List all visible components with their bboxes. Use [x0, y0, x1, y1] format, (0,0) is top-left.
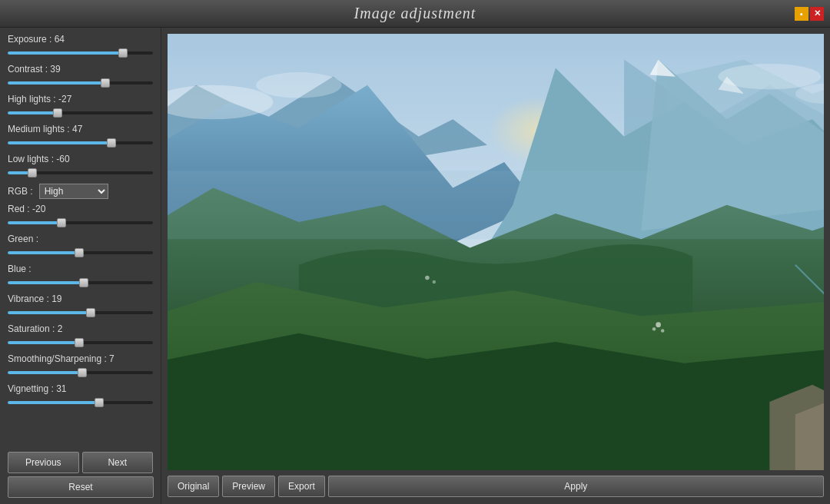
preview-button[interactable]: Preview: [222, 476, 275, 497]
contrast-track: [8, 81, 153, 85]
contrast-slider[interactable]: [8, 77, 153, 89]
saturation-slider[interactable]: [8, 337, 153, 349]
vibrance-track: [8, 311, 153, 314]
blue-fill: [8, 281, 88, 284]
red-thumb[interactable]: [57, 218, 66, 227]
highlights-label: High lights : -27: [8, 94, 153, 104]
green-slider[interactable]: [8, 247, 153, 259]
green-track: [8, 251, 153, 254]
svg-point-17: [652, 327, 656, 330]
svg-point-16: [661, 329, 664, 332]
blue-track: [8, 281, 153, 284]
svg-point-22: [719, 64, 822, 89]
window-title: Image adjustment: [354, 5, 476, 22]
blue-label: Blue :: [8, 264, 153, 274]
original-button[interactable]: Original: [168, 476, 219, 497]
saturation-thumb[interactable]: [75, 338, 84, 347]
contrast-thumb[interactable]: [101, 78, 110, 88]
smoothing-fill: [8, 371, 86, 374]
highlights-slider[interactable]: [8, 107, 153, 119]
red-track: [8, 221, 153, 224]
saturation-track: [8, 341, 153, 344]
medlights-track: [8, 141, 153, 144]
contrast-fill: [8, 81, 109, 85]
vibrance-slider[interactable]: [8, 307, 153, 319]
contrast-label: Contrast : 39: [8, 64, 153, 75]
svg-point-21: [256, 72, 341, 98]
medlights-fill: [8, 141, 115, 144]
blue-thumb[interactable]: [79, 278, 88, 287]
close-button[interactable]: ✕: [810, 7, 824, 21]
main-area: Exposure : 64 Contrast : 39 High lights …: [0, 28, 830, 504]
blue-slider-row: Blue :: [8, 264, 153, 289]
green-fill: [8, 251, 83, 254]
lowlights-thumb[interactable]: [28, 168, 37, 177]
green-slider-row: Green :: [8, 234, 153, 259]
vibrance-slider-row: Vibrance : 19: [8, 293, 153, 319]
mountain-image: [168, 34, 824, 470]
exposure-slider-row: Exposure : 64: [8, 34, 153, 59]
green-label: Green :: [8, 234, 153, 244]
svg-point-18: [425, 276, 430, 280]
exposure-track: [8, 51, 153, 55]
nav-buttons: Previous Next: [8, 447, 153, 473]
exposure-label: Exposure : 64: [8, 34, 153, 45]
blue-slider[interactable]: [8, 277, 153, 289]
medlights-slider[interactable]: [8, 137, 153, 149]
vignetting-slider[interactable]: [8, 396, 153, 409]
medlights-slider-row: Medium lights : 47: [8, 124, 153, 149]
previous-button[interactable]: Previous: [8, 452, 79, 473]
vignetting-track: [8, 401, 153, 404]
saturation-label: Saturation : 2: [8, 323, 153, 334]
svg-point-19: [433, 280, 436, 284]
saturation-fill: [8, 341, 83, 344]
rgb-row: RGB : High Medium Low: [8, 184, 153, 199]
svg-point-15: [656, 322, 661, 327]
window-controls: ▪ ✕: [795, 7, 824, 21]
exposure-fill: [8, 51, 127, 55]
export-button[interactable]: Export: [278, 476, 325, 497]
saturation-slider-row: Saturation : 2: [8, 323, 153, 349]
smoothing-thumb[interactable]: [78, 368, 87, 377]
green-thumb[interactable]: [75, 248, 84, 257]
right-panel: Original Preview Export Apply: [161, 28, 830, 504]
left-panel: Exposure : 64 Contrast : 39 High lights …: [0, 28, 161, 504]
lowlights-slider[interactable]: [8, 167, 153, 179]
image-area: [168, 34, 824, 470]
reset-button[interactable]: Reset: [8, 476, 154, 498]
vignetting-thumb[interactable]: [95, 398, 104, 407]
vibrance-label: Vibrance : 19: [8, 293, 153, 304]
lowlights-slider-row: Low lights : -60: [8, 154, 153, 179]
vibrance-thumb[interactable]: [86, 308, 95, 317]
smoothing-label: Smoothing/Sharpening : 7: [8, 353, 153, 364]
smoothing-slider[interactable]: [8, 366, 153, 379]
smoothing-track: [8, 371, 153, 374]
apply-button[interactable]: Apply: [328, 476, 824, 497]
red-label: Red : -20: [8, 204, 153, 214]
minimize-button[interactable]: ▪: [795, 7, 808, 21]
svg-rect-24: [168, 171, 824, 239]
red-slider[interactable]: [8, 217, 153, 229]
vignetting-slider-row: Vignetting : 31: [8, 383, 153, 409]
bottom-bar: Original Preview Export Apply: [168, 475, 824, 498]
lowlights-label: Low lights : -60: [8, 154, 153, 164]
highlights-slider-row: High lights : -27: [8, 94, 153, 119]
vignetting-label: Vignetting : 31: [8, 383, 153, 394]
highlights-track: [8, 111, 153, 114]
contrast-slider-row: Contrast : 39: [8, 64, 153, 89]
medlights-label: Medium lights : 47: [8, 124, 153, 134]
exposure-slider[interactable]: [8, 47, 153, 59]
highlights-thumb[interactable]: [53, 108, 62, 118]
rgb-label: RGB :: [8, 186, 33, 197]
medlights-thumb[interactable]: [107, 138, 116, 148]
smoothing-slider-row: Smoothing/Sharpening : 7: [8, 353, 153, 379]
exposure-thumb[interactable]: [118, 48, 128, 58]
vignetting-fill: [8, 401, 104, 404]
next-button[interactable]: Next: [82, 452, 154, 473]
lowlights-track: [8, 171, 153, 174]
title-bar: Image adjustment ▪ ✕: [0, 0, 830, 28]
vibrance-fill: [8, 311, 95, 314]
rgb-select[interactable]: High Medium Low: [39, 184, 108, 199]
red-slider-row: Red : -20: [8, 204, 153, 229]
